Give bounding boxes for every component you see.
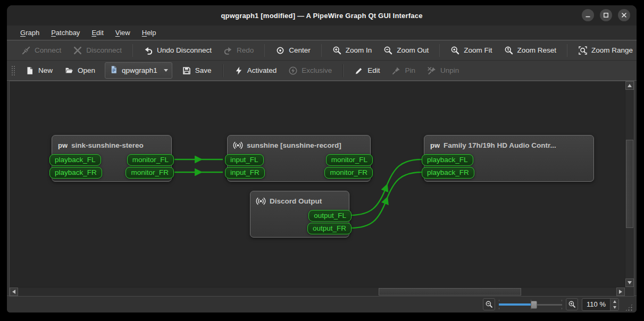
node-sink-sunshine-stereo[interactable]: pwsink-sunshine-stereoplayback_FLplaybac… [52, 135, 172, 182]
main-area: pwsink-sunshine-stereoplayback_FLplaybac… [7, 81, 637, 295]
zoom-spinbox[interactable]: 110 % [582, 298, 619, 311]
node-title: sink-sunshine-stereo [71, 141, 144, 149]
node-title-bar[interactable]: pwFamily 17h/19h HD Audio Contr... [424, 136, 593, 154]
scroll-down-button[interactable] [625, 278, 634, 287]
port-output_FR[interactable]: output_FR [307, 223, 352, 234]
spin-down-button[interactable] [610, 305, 618, 310]
port-monitor_FL[interactable]: monitor_FL [326, 154, 373, 166]
edit-button[interactable]: Edit [349, 63, 385, 79]
v-scrollbar-thumb[interactable] [626, 140, 633, 228]
port-monitor_FR[interactable]: monitor_FR [126, 167, 174, 179]
new-file-icon [25, 66, 35, 75]
zoom-slider-handle[interactable] [531, 301, 537, 309]
node-title: Family 17h/19h HD Audio Contr... [444, 141, 556, 149]
maximize-button[interactable] [600, 9, 612, 21]
zoom-out-button[interactable]: Zoom Out [378, 43, 434, 58]
center-icon [275, 46, 285, 55]
menu-help[interactable]: Help [136, 27, 162, 39]
menu-edit[interactable]: Edit [86, 27, 109, 39]
scroll-right-button[interactable] [616, 288, 625, 296]
maximize-icon [603, 12, 609, 18]
toolbar-button-label: Zoom Out [397, 46, 429, 54]
undo-disconnect-button[interactable]: Undo Disconnect [138, 43, 217, 58]
zoom-in-button[interactable]: Zoom In [327, 43, 378, 58]
toolbar-separator [264, 44, 265, 57]
node-sunshine[interactable]: sunshine [sunshine-record]input_FLinput_… [227, 135, 371, 182]
port-playback_FL[interactable]: playback_FL [49, 154, 101, 166]
spin-up-button[interactable] [610, 299, 618, 305]
minimize-button[interactable] [582, 9, 594, 21]
status-bar: 110 % [7, 295, 637, 312]
zoom-out-icon [383, 46, 393, 55]
node-discord-output[interactable]: Discord Outputoutput_FLoutput_FR [250, 191, 349, 238]
triangle-up-icon [613, 300, 616, 303]
scroll-left-button[interactable] [10, 288, 18, 296]
patchbay-selector-value: qpwgraph1 [122, 66, 157, 74]
toolbar-drag-handle[interactable] [11, 65, 15, 77]
h-scrollbar-thumb[interactable] [379, 288, 521, 295]
port-monitor_FR[interactable]: monitor_FR [324, 167, 373, 179]
zoom-slider[interactable] [499, 300, 562, 309]
port-input_FL[interactable]: input_FL [225, 154, 264, 166]
toolbar-button-label: Redo [237, 46, 254, 54]
node-title-bar[interactable]: sunshine [sunshine-record] [228, 136, 370, 154]
zoom-range-icon [578, 46, 588, 55]
scrollbar-corner [625, 287, 634, 296]
connect-button[interactable]: Connect [16, 43, 66, 58]
resize-grip[interactable] [625, 303, 633, 311]
triangle-down-icon [613, 306, 616, 309]
patchbay-selector[interactable]: qpwgraph1 [105, 62, 172, 79]
triangle-right-icon [619, 290, 622, 294]
minimize-icon [585, 12, 591, 18]
zoom-fit-button[interactable]: Zoom Fit [445, 43, 497, 58]
toolbar-button-label: Zoom Range [591, 46, 633, 54]
redo-button[interactable]: Redo [218, 43, 259, 58]
new-button[interactable]: New [20, 63, 58, 79]
toolbar-patchbay: NewOpenqpwgraph1SaveActivatedExclusiveEd… [7, 61, 637, 81]
exclusive-icon [288, 66, 298, 75]
port-output_FL[interactable]: output_FL [308, 210, 352, 222]
zoom-range-button[interactable]: Zoom Range [573, 43, 637, 58]
pin-button[interactable]: Pin [386, 63, 421, 79]
node-title-bar[interactable]: pwsink-sunshine-stereo [52, 136, 171, 154]
port-playback_FR[interactable]: playback_FR [49, 167, 102, 179]
disconnect-button[interactable]: Disconnect [68, 43, 127, 58]
node-title-bar[interactable]: Discord Output [250, 191, 349, 209]
toolbar-button-label: Undo Disconnect [157, 46, 212, 54]
port-monitor_FL[interactable]: monitor_FL [127, 154, 174, 166]
open-button[interactable]: Open [59, 63, 101, 79]
v-scrollbar[interactable] [625, 81, 634, 287]
zoom-in-button[interactable] [566, 298, 578, 310]
toolbar-button-label: Center [289, 46, 311, 54]
zoom-out-button[interactable] [483, 298, 495, 310]
zoom-value[interactable]: 110 % [582, 299, 610, 310]
port-playback_FR[interactable]: playback_FR [422, 167, 474, 179]
save-button[interactable]: Save [177, 63, 217, 79]
toolbar-separator [342, 64, 344, 77]
center-button[interactable]: Center [270, 43, 316, 58]
menu-view[interactable]: View [110, 27, 136, 39]
menu-patchbay[interactable]: Patchbay [45, 27, 86, 39]
disconnect-icon [73, 46, 82, 55]
exclusive-button[interactable]: Exclusive [283, 63, 337, 79]
zoom-reset-button[interactable]: Zoom Reset [499, 43, 562, 58]
menu-bar: GraphPatchbayEditViewHelp [7, 26, 637, 40]
title-bar[interactable]: qpwgraph1 [modified] — A PipeWire Graph … [7, 5, 637, 26]
h-scrollbar[interactable] [10, 287, 625, 296]
close-icon [621, 12, 627, 18]
stream-icon [256, 196, 266, 206]
port-playback_FL[interactable]: playback_FL [422, 154, 473, 166]
close-button[interactable] [618, 9, 630, 21]
graph-canvas[interactable]: pwsink-sunshine-stereoplayback_FLplaybac… [10, 81, 625, 287]
unpin-button[interactable]: Unpin [422, 63, 464, 79]
port-input_FR[interactable]: input_FR [225, 167, 265, 179]
node-title: sunshine [sunshine-record] [247, 141, 341, 149]
toolbar-button-label: Zoom Fit [464, 46, 492, 54]
menu-graph[interactable]: Graph [14, 27, 45, 39]
node-family-hd-audio[interactable]: pwFamily 17h/19h HD Audio Contr...playba… [424, 135, 594, 182]
activated-button[interactable]: Activated [229, 63, 282, 79]
app-window: qpwgraph1 [modified] — A PipeWire Graph … [7, 5, 637, 312]
zoom-reset-icon [504, 46, 514, 55]
scroll-up-button[interactable] [625, 81, 634, 90]
window-controls [582, 9, 630, 21]
